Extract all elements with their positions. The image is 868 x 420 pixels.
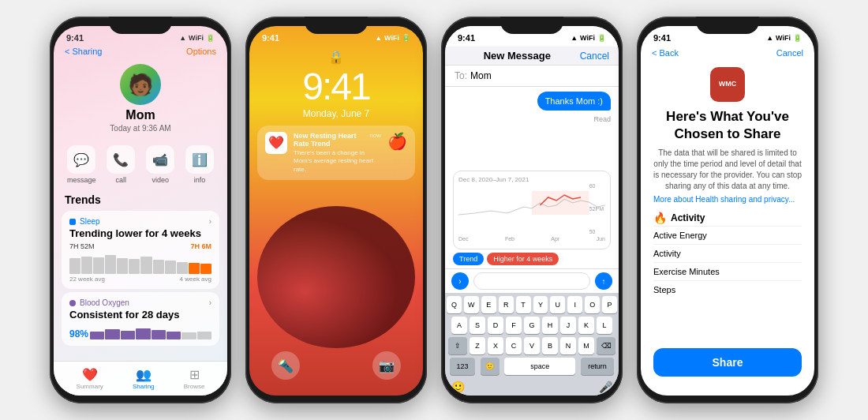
key-emoji[interactable]: 🙂 — [481, 358, 499, 375]
key-g[interactable]: G — [524, 317, 540, 334]
options-button[interactable]: Options — [186, 47, 216, 56]
share-button[interactable]: Share — [653, 348, 802, 377]
info-label: info — [194, 176, 206, 184]
share-title: Here's What You've Chosen to Share — [641, 105, 814, 146]
key-x[interactable]: X — [488, 337, 503, 354]
key-i[interactable]: I — [567, 296, 582, 313]
avatar-section: 🧑🏾 Mom Today at 9:36 AM — [54, 61, 227, 139]
notification-time: now — [369, 132, 381, 148]
active-energy-item: Active Energy — [653, 226, 802, 244]
back-button-1[interactable]: < Sharing — [65, 47, 102, 56]
sleep-trend-card: Sleep › Trending lower for 4 weeks 7H 52… — [62, 211, 219, 289]
screen-4: 9:41 ▲ WiFi 🔋 < Back Cancel WMC Here's W… — [641, 26, 814, 396]
keyboard-row-2: A S D F G H J K L — [447, 317, 617, 334]
sleep-chevron: › — [209, 217, 211, 226]
key-123[interactable]: 123 — [450, 358, 475, 375]
key-v[interactable]: V — [524, 337, 540, 354]
messages-title: New Message — [484, 50, 551, 62]
blood-trend-title: Consistent for 28 days — [69, 309, 211, 321]
notification-body: There's been a change in Mom's average r… — [294, 149, 381, 174]
info-action[interactable]: ℹ️ info — [185, 145, 214, 184]
key-r[interactable]: R — [499, 296, 514, 313]
key-q[interactable]: Q — [447, 296, 462, 313]
send-button[interactable]: ↑ — [595, 272, 612, 290]
flashlight-button[interactable]: 🔦 — [271, 351, 300, 380]
expand-button[interactable]: › — [451, 272, 469, 290]
key-c[interactable]: C — [506, 337, 522, 354]
read-status: Read — [453, 115, 611, 123]
notification-emoji: 🍎 — [387, 132, 407, 151]
notch-2 — [305, 17, 368, 34]
message-icon: 💬 — [67, 145, 95, 174]
key-l[interactable]: L — [597, 317, 612, 334]
p4-header: < Back Cancel — [641, 47, 814, 62]
blood-chart: 98% — [69, 324, 211, 339]
keyboard-row-1: Q W E R T Y U I O P — [447, 296, 617, 313]
key-y[interactable]: Y — [533, 296, 548, 313]
status-icons-2: ▲ WiFi 🔋 — [375, 34, 410, 42]
nav-browse[interactable]: ⊞ Browse — [184, 367, 205, 390]
key-m[interactable]: M — [578, 337, 594, 354]
key-w[interactable]: W — [464, 296, 479, 313]
key-a[interactable]: A — [451, 317, 467, 334]
key-o[interactable]: O — [585, 296, 600, 313]
key-s[interactable]: S — [470, 317, 485, 334]
blood-label: Blood Oxygen › — [69, 298, 211, 307]
mic-icon[interactable]: 🎤 — [599, 381, 612, 393]
higher-tag: Higher for 4 weeks — [487, 253, 559, 265]
key-t[interactable]: T — [516, 296, 531, 313]
key-shift[interactable]: ⇧ — [448, 337, 467, 354]
message-input-area: › ↑ — [445, 268, 619, 293]
message-list: Thanks Mom :) Read — [445, 87, 619, 171]
steps-item: Steps — [653, 280, 802, 298]
messages-cancel[interactable]: Cancel — [580, 51, 609, 62]
status-icons-1: ▲ WiFi 🔋 — [179, 34, 215, 42]
video-action[interactable]: 📹 video — [146, 145, 174, 184]
nav-summary[interactable]: ❤️ Summary — [77, 367, 103, 390]
contact-time: Today at 9:36 AM — [110, 124, 170, 133]
key-f[interactable]: F — [506, 317, 522, 334]
sleep-label: Sleep › — [69, 217, 211, 226]
key-e[interactable]: E — [481, 296, 496, 313]
key-k[interactable]: K — [578, 317, 594, 334]
call-label: call — [116, 176, 127, 184]
blood-oxygen-card: Blood Oxygen › Consistent for 28 days 98… — [62, 292, 219, 346]
cancel-button-4[interactable]: Cancel — [776, 48, 803, 58]
key-return[interactable]: return — [581, 358, 614, 375]
phone-1-health-sharing: 9:41 ▲ WiFi 🔋 < Sharing Options 🧑🏾 Mom T… — [50, 17, 231, 403]
message-text-input[interactable] — [473, 272, 590, 290]
trend-tag: Trend — [453, 253, 484, 265]
key-z[interactable]: Z — [470, 337, 485, 354]
contact-actions: 💬 message 📞 call 📹 video ℹ️ info — [54, 139, 227, 190]
key-space[interactable]: space — [504, 358, 575, 375]
privacy-link[interactable]: More about Health sharing and privacy... — [641, 195, 814, 208]
health-notification[interactable]: ❤️ New Resting Heart Rate Trend now Ther… — [257, 126, 415, 180]
activity-section: 🔥 Activity Active Energy Activity Exerci… — [641, 208, 814, 298]
key-delete[interactable]: ⌫ — [597, 337, 615, 354]
messages-header: New Message Cancel — [445, 47, 619, 66]
keyboard: Q W E R T Y U I O P A S D F G H J K L — [445, 293, 619, 378]
call-action[interactable]: 📞 call — [107, 145, 135, 184]
key-u[interactable]: U — [550, 296, 565, 313]
key-h[interactable]: H — [542, 317, 558, 334]
key-b[interactable]: B — [542, 337, 558, 354]
lock-date: Monday, June 7 — [249, 108, 423, 119]
message-action[interactable]: 💬 message — [67, 145, 96, 184]
lock-bottom-controls: 🔦 📷 — [249, 351, 423, 380]
sent-bubble: Thanks Mom :) — [537, 92, 611, 111]
heart-rate-chart — [458, 183, 605, 231]
emoji-icon[interactable]: 🙂 — [451, 381, 465, 393]
status-time-3: 9:41 — [458, 33, 475, 43]
key-p[interactable]: P — [602, 296, 617, 313]
chart-x-labels: Dec Feb Apr Jun — [458, 236, 605, 242]
screen-2: 9:41 ▲ WiFi 🔋 🔒 9:41 Monday, June 7 ❤️ N… — [249, 26, 423, 396]
nav-sharing[interactable]: 👥 Sharing — [133, 367, 155, 390]
key-j[interactable]: J — [560, 317, 576, 334]
back-button-4[interactable]: < Back — [652, 48, 679, 58]
key-n[interactable]: N — [560, 337, 576, 354]
key-d[interactable]: D — [488, 317, 503, 334]
chart-preview: Dec 8, 2020–Jun 7, 2021 60 52PM 50 Dec F… — [453, 171, 611, 249]
camera-button[interactable]: 📷 — [372, 351, 401, 380]
video-label: video — [152, 176, 169, 184]
activity-header: 🔥 Activity — [653, 212, 802, 224]
